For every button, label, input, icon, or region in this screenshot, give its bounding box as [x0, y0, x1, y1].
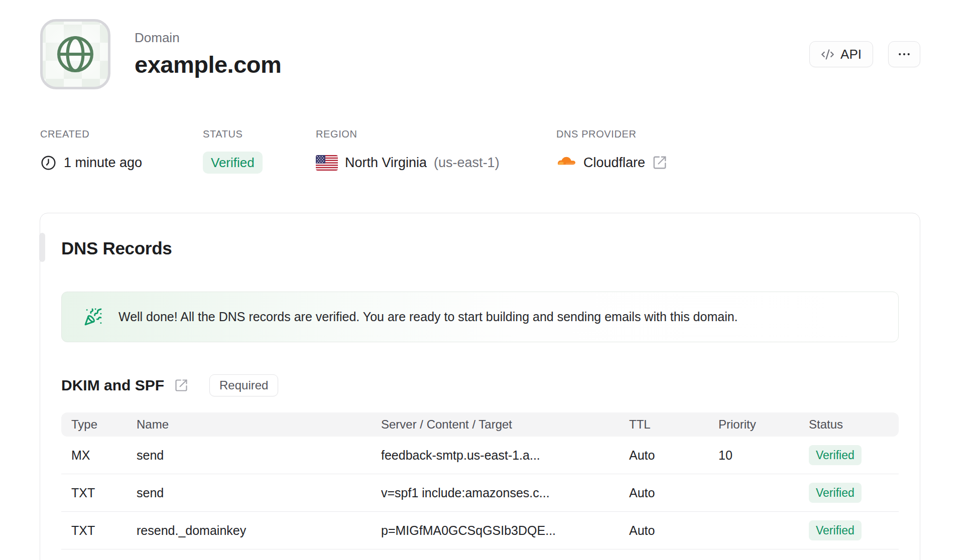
code-icon: [821, 48, 834, 61]
cloudflare-icon: [556, 156, 576, 170]
cell-status: Verified: [809, 520, 899, 540]
col-priority: Priority: [718, 417, 809, 432]
cell-type: TXT: [71, 486, 137, 500]
status-badge: Verified: [203, 152, 263, 174]
dkim-spf-section-header: DKIM and SPF Required: [61, 374, 899, 396]
col-content: Server / Content / Target: [381, 417, 629, 432]
cell-content: p=MIGfMA0GCSqGSIb3DQE...: [381, 523, 629, 538]
cell-status: Verified: [809, 483, 899, 503]
cell-ttl: Auto: [629, 486, 718, 500]
clock-icon: [40, 155, 57, 171]
created-value: 1 minute ago: [64, 155, 142, 171]
verified-badge: Verified: [809, 483, 862, 503]
status-label: STATUS: [203, 128, 316, 140]
api-button[interactable]: API: [809, 41, 873, 67]
table-header-row: Type Name Server / Content / Target TTL …: [61, 412, 899, 437]
region-value: North Virginia: [345, 155, 427, 171]
table-row[interactable]: TXT send v=spf1 include:amazonses.c... A…: [61, 474, 899, 512]
section-indicator: [39, 233, 45, 262]
table-row[interactable]: MX send feedback-smtp.us-east-1.a... Aut…: [61, 437, 899, 474]
cell-name: send: [137, 448, 381, 463]
cell-content: v=spf1 include:amazonses.c...: [381, 486, 629, 500]
banner-message: Well done! All the DNS records are verif…: [118, 310, 738, 324]
success-banner: Well done! All the DNS records are verif…: [61, 292, 899, 342]
header-actions: API: [809, 41, 920, 67]
dns-records-card: DNS Records Well done! All the DNS recor…: [40, 213, 920, 560]
page-kicker: Domain: [135, 30, 281, 46]
api-button-label: API: [840, 47, 862, 62]
more-options-button[interactable]: [888, 41, 920, 67]
cell-priority: 10: [718, 448, 809, 463]
dns-provider-value: Cloudflare: [583, 155, 645, 171]
us-flag-icon: [316, 155, 338, 171]
region-label: REGION: [316, 128, 556, 140]
meta-region: REGION: [316, 128, 556, 174]
cell-type: TXT: [71, 523, 137, 538]
cell-status: Verified: [809, 445, 899, 465]
domain-detail-page: Domain example.com API: [0, 0, 976, 560]
verified-badge: Verified: [809, 520, 862, 540]
domain-avatar: [40, 19, 110, 89]
table-row[interactable]: TXT resend._domainkey p=MIGfMA0GCSqGSIb3…: [61, 512, 899, 549]
verified-badge: Verified: [809, 445, 862, 465]
domain-meta: CREATED 1 minute ago STATUS Verified REG…: [40, 128, 667, 174]
cell-name: send: [137, 486, 381, 500]
meta-dns-provider: DNS PROVIDER Cloudflare: [556, 128, 667, 174]
page-title: example.com: [135, 51, 281, 78]
ellipsis-icon: [897, 47, 912, 62]
region-code: (us-east-1): [434, 155, 500, 171]
title-block: Domain example.com: [135, 30, 281, 78]
cell-ttl: Auto: [629, 523, 718, 538]
dkim-spf-title: DKIM and SPF: [61, 377, 164, 394]
col-name: Name: [137, 417, 381, 432]
cell-content: feedback-smtp.us-east-1.a...: [381, 448, 629, 463]
meta-created: CREATED 1 minute ago: [40, 128, 203, 174]
meta-status: STATUS Verified: [203, 128, 316, 174]
col-ttl: TTL: [629, 417, 718, 432]
cell-name: resend._domainkey: [137, 523, 381, 538]
external-link-icon[interactable]: [174, 378, 188, 392]
dns-records-table: Type Name Server / Content / Target TTL …: [61, 412, 899, 549]
globe-icon: [54, 33, 97, 76]
col-type: Type: [71, 417, 137, 432]
cell-ttl: Auto: [629, 448, 718, 463]
page-header: Domain example.com API: [40, 19, 920, 89]
dns-provider-label: DNS PROVIDER: [556, 128, 667, 140]
cell-type: MX: [71, 448, 137, 463]
required-badge: Required: [209, 374, 278, 396]
dns-records-title: DNS Records: [61, 238, 899, 258]
external-link-icon[interactable]: [652, 155, 667, 170]
col-status: Status: [809, 417, 899, 432]
created-label: CREATED: [40, 128, 203, 140]
party-popper-icon: [84, 308, 102, 326]
